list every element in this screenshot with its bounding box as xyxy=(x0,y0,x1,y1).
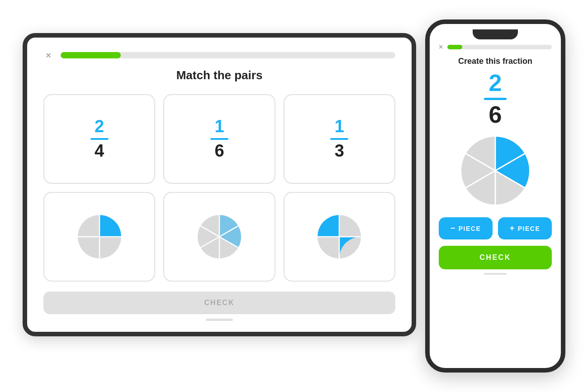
phone-piece-buttons: − PIECE + PIECE xyxy=(439,217,552,239)
plus-piece-button[interactable]: + PIECE xyxy=(498,217,552,239)
tablet-progress-bar-bg xyxy=(61,52,395,58)
scene: × Match the pairs 2 4 1 6 xyxy=(23,19,565,373)
fraction-card-2[interactable]: 1 6 xyxy=(163,94,275,184)
phone-check-button[interactable]: CHECK xyxy=(439,246,552,269)
phone-fraction-display: 2 6 xyxy=(439,71,552,127)
tablet-device: × Match the pairs 2 4 1 6 xyxy=(23,33,416,336)
minus-piece-label: PIECE xyxy=(459,225,481,232)
tablet-close-button[interactable]: × xyxy=(43,50,53,60)
fraction-line-1 xyxy=(90,138,109,140)
pie-card-2[interactable] xyxy=(163,192,275,282)
minus-piece-button[interactable]: − PIECE xyxy=(439,217,493,239)
fraction-card-3[interactable]: 1 3 xyxy=(284,94,395,184)
tablet-bottom-handle xyxy=(206,319,233,321)
fraction-line-2 xyxy=(210,138,228,140)
phone-denominator: 6 xyxy=(489,102,502,127)
phone-bottom-handle xyxy=(484,273,507,275)
fraction-line-3 xyxy=(330,138,348,140)
plus-piece-label: PIECE xyxy=(518,225,541,232)
tablet-check-button[interactable]: CHECK xyxy=(43,292,395,314)
fraction-display-1: 2 4 xyxy=(90,117,109,161)
tablet-progress-bar-fill xyxy=(61,52,121,58)
phone-progress-bar-fill xyxy=(447,45,462,49)
fraction-display-2: 1 6 xyxy=(210,117,228,161)
phone-pie-chart xyxy=(457,132,534,209)
tablet-header: × xyxy=(43,50,395,60)
denominator-2: 6 xyxy=(214,142,224,161)
phone-fraction-line xyxy=(484,98,507,100)
phone-close-button[interactable]: × xyxy=(439,43,443,51)
pie-card-1[interactable] xyxy=(43,192,155,282)
cards-grid: 2 4 1 6 1 3 xyxy=(43,94,395,282)
phone-header: × xyxy=(439,43,552,51)
phone-numerator: 2 xyxy=(489,71,502,96)
fraction-card-1[interactable]: 2 4 xyxy=(43,94,155,184)
tablet-title: Match the pairs xyxy=(43,68,395,82)
denominator-1: 4 xyxy=(95,142,104,161)
phone-notch xyxy=(473,29,518,39)
numerator-2: 1 xyxy=(214,117,224,136)
phone-device: × Create this fraction 2 6 xyxy=(425,19,565,373)
pie-chart-3 xyxy=(314,212,364,262)
pie-chart-1 xyxy=(75,212,124,262)
phone-pie-wrap xyxy=(439,132,552,209)
fraction-display-3: 1 3 xyxy=(330,117,348,161)
minus-icon: − xyxy=(450,224,456,233)
pie-card-3[interactable] xyxy=(284,192,395,282)
phone-notch-area xyxy=(439,24,552,39)
phone-bottom xyxy=(439,273,552,275)
plus-icon: + xyxy=(510,224,515,233)
numerator-3: 1 xyxy=(335,117,344,136)
numerator-1: 2 xyxy=(95,117,104,136)
denominator-3: 3 xyxy=(335,142,344,161)
phone-progress-bar-bg xyxy=(447,45,552,49)
tablet-bottom-bar xyxy=(43,319,395,321)
pie-chart-2 xyxy=(194,212,244,262)
phone-title: Create this fraction xyxy=(439,57,552,66)
